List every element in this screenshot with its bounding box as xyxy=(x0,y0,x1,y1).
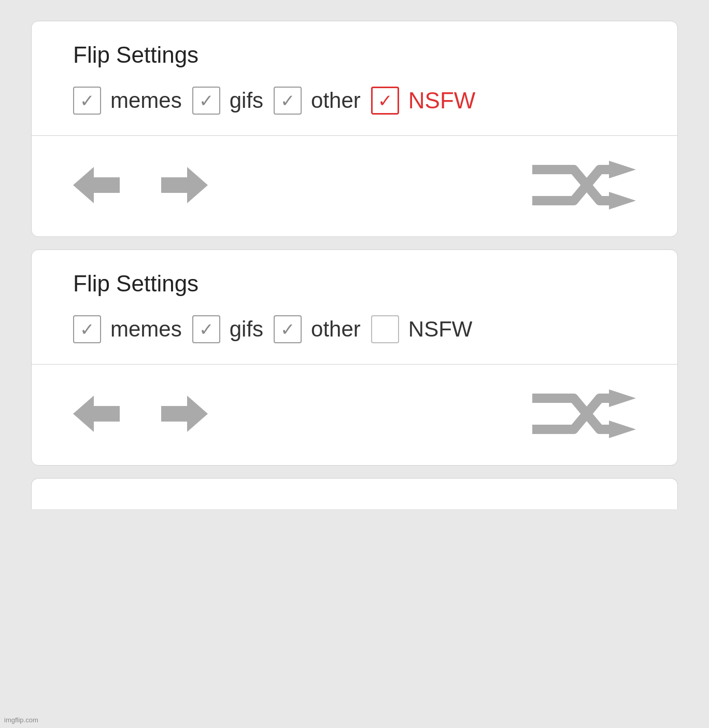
memes-label-1: memes xyxy=(110,88,182,113)
card-3-partial xyxy=(31,478,678,509)
watermark: imgflip.com xyxy=(4,716,38,724)
flip-settings-section-2: Flip Settings ✓ memes ✓ gifs ✓ xyxy=(32,250,677,365)
nav-section-2 xyxy=(32,365,677,465)
card-2: Flip Settings ✓ memes ✓ gifs ✓ xyxy=(31,249,678,466)
gifs-checkmark-1: ✓ xyxy=(199,92,214,109)
gifs-checkmark-2: ✓ xyxy=(199,320,214,338)
svg-marker-8 xyxy=(73,396,120,432)
svg-marker-4 xyxy=(609,192,636,209)
forward-button-1[interactable] xyxy=(161,167,208,205)
memes-checkmark-2: ✓ xyxy=(80,320,94,338)
gifs-checkbox-item-2: ✓ gifs xyxy=(192,315,263,343)
other-checkmark-1: ✓ xyxy=(280,92,295,109)
memes-checkbox-item-1: ✓ memes xyxy=(73,87,182,115)
back-button-1[interactable] xyxy=(73,167,120,205)
gifs-checkbox-2[interactable]: ✓ xyxy=(192,315,220,343)
nsfw-checkmark-1: ✓ xyxy=(378,92,392,109)
other-checkbox-item-2: ✓ other xyxy=(274,315,361,343)
flip-settings-section-1: Flip Settings ✓ memes ✓ gifs ✓ xyxy=(32,21,677,136)
gifs-checkbox-1[interactable]: ✓ xyxy=(192,87,220,115)
nsfw-checkbox-item-2: NSFW xyxy=(371,315,473,343)
memes-label-2: memes xyxy=(110,317,182,342)
memes-checkmark-1: ✓ xyxy=(80,92,94,109)
card-1: Flip Settings ✓ memes ✓ gifs ✓ xyxy=(31,21,678,237)
memes-checkbox-1[interactable]: ✓ xyxy=(73,87,101,115)
other-checkbox-2[interactable]: ✓ xyxy=(274,315,302,343)
flip-settings-title-1: Flip Settings xyxy=(73,42,636,68)
memes-checkbox-item-2: ✓ memes xyxy=(73,315,182,343)
svg-marker-12 xyxy=(609,421,636,438)
nav-section-1 xyxy=(32,136,677,236)
other-label-1: other xyxy=(311,88,361,113)
shuffle-button-2[interactable] xyxy=(532,385,636,444)
svg-marker-15 xyxy=(609,389,636,407)
svg-marker-7 xyxy=(609,161,636,178)
other-checkmark-2: ✓ xyxy=(280,320,295,338)
nsfw-checkbox-item-1: ✓ NSFW xyxy=(371,87,476,115)
memes-checkbox-2[interactable]: ✓ xyxy=(73,315,101,343)
nsfw-checkbox-2[interactable] xyxy=(371,315,399,343)
gifs-label-2: gifs xyxy=(230,317,263,342)
checkbox-row-1: ✓ memes ✓ gifs ✓ other ✓ xyxy=(73,87,636,115)
nsfw-label-2: NSFW xyxy=(408,317,473,342)
svg-marker-0 xyxy=(73,167,120,203)
other-label-2: other xyxy=(311,317,361,342)
back-button-2[interactable] xyxy=(73,396,120,434)
nsfw-checkbox-1[interactable]: ✓ xyxy=(371,87,399,115)
checkbox-row-2: ✓ memes ✓ gifs ✓ other xyxy=(73,315,636,343)
forward-button-2[interactable] xyxy=(161,396,208,434)
svg-marker-1 xyxy=(161,167,208,203)
other-checkbox-1[interactable]: ✓ xyxy=(274,87,302,115)
gifs-label-1: gifs xyxy=(230,88,263,113)
shuffle-button-1[interactable] xyxy=(532,157,636,216)
flip-settings-title-2: Flip Settings xyxy=(73,271,636,297)
nsfw-label-1: NSFW xyxy=(408,88,476,114)
gifs-checkbox-item-1: ✓ gifs xyxy=(192,87,263,115)
other-checkbox-item-1: ✓ other xyxy=(274,87,361,115)
svg-marker-9 xyxy=(161,396,208,432)
